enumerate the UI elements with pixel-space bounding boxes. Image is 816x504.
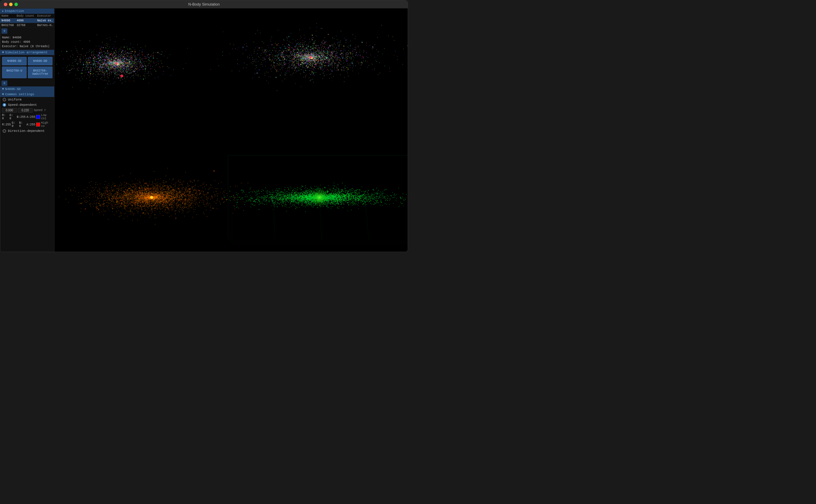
left-panel: ▼ Inspection Name Body count Executor N4…	[0, 8, 55, 252]
low-color-b-label: B:255	[17, 115, 25, 119]
common-settings-triangle: ▼	[2, 93, 4, 96]
app-window: N-Body Simulation ▼ Inspection Name Body…	[0, 0, 408, 252]
high-color-label: High co	[41, 121, 52, 128]
low-color-label: Low col	[41, 114, 52, 120]
sim-arrangement-header[interactable]: ▼ Simulation arrangement	[0, 50, 54, 55]
speed-dependent-label: Speed-dependent	[8, 103, 37, 107]
speed-range-label: Speed r	[34, 109, 46, 112]
minimize-button[interactable]	[9, 3, 13, 6]
col-body-count: Body count	[16, 14, 36, 18]
row-executor: Barnes-Hut e	[36, 23, 54, 28]
close-button[interactable]	[4, 3, 7, 6]
uniform-row[interactable]: Uniform	[0, 97, 54, 102]
col-name: Name	[0, 14, 16, 18]
row-executor: Naive execu	[36, 18, 54, 23]
uniform-radio[interactable]	[3, 98, 6, 101]
inspection-row[interactable]: N48964096Naive execu	[0, 18, 54, 23]
speed-range-row: Speed r	[0, 108, 54, 113]
sim-arr-triangle: ▼	[2, 51, 4, 54]
high-color-b-label: B: 0	[19, 121, 25, 128]
high-color-g-label: G: 0	[12, 121, 18, 128]
canvas-area: /* rendered by JS below */	[55, 8, 408, 252]
window-title: N-Body Simulation	[188, 2, 220, 6]
direction-dependent-radio[interactable]	[3, 129, 6, 133]
inspection-table: Name Body count Executor N48964096Naive …	[0, 14, 54, 28]
n4896-sd-header[interactable]: ▼ N4896-SD	[0, 86, 54, 92]
speed-min-input[interactable]	[2, 108, 17, 113]
row-body-count: 4096	[16, 18, 36, 23]
low-color-g-label: G: 0	[9, 114, 16, 120]
particle-canvas	[55, 8, 408, 252]
direction-dependent-row[interactable]: Direction-dependent	[0, 128, 54, 134]
speed-dependent-radio[interactable]	[3, 103, 6, 107]
common-settings-header[interactable]: ▼ Common settings	[0, 92, 54, 97]
inspection-triangle: ▼	[2, 10, 4, 13]
arrangement-item[interactable]: N4896-SD	[2, 57, 27, 65]
low-color-row: R: 0 G: 0 B:255 A:255 Low col	[0, 113, 54, 121]
high-color-a-label: A:255	[26, 123, 35, 126]
sim-arr-label: Simulation arrangement	[5, 51, 48, 54]
common-settings-label: Common settings	[5, 93, 34, 96]
row-name: BH32768	[0, 23, 16, 28]
arrangement-item[interactable]: BH32768-U	[2, 67, 27, 78]
high-color-row: R:255 G: 0 B: 0 A:255 High co	[0, 121, 54, 128]
low-color-a-label: A:255	[26, 115, 35, 119]
inspection-header[interactable]: ▼ Inspection	[0, 8, 54, 14]
col-executor: Executor	[36, 14, 54, 18]
speed-max-input[interactable]	[18, 108, 33, 113]
arrangement-grid: N4896-SDN4896-DDBH32768-UBH32768-UwOctTr…	[0, 55, 54, 80]
row-body-count: 32768	[16, 23, 36, 28]
inspection-row[interactable]: BH3276832768Barnes-Hut e	[0, 23, 54, 28]
simulation-info: Name: N4896 Body count: 4096 Executor: N…	[0, 34, 54, 50]
inspection-label: Inspection	[5, 9, 24, 13]
arrangement-item[interactable]: BH32768-UwOctTree	[28, 67, 52, 78]
low-color-swatch[interactable]	[36, 115, 40, 119]
add-arrangement-btn[interactable]: +	[1, 81, 7, 86]
row-name: N4896	[0, 18, 16, 23]
high-color-swatch[interactable]	[36, 122, 40, 127]
titlebar: N-Body Simulation	[0, 0, 408, 8]
speed-dependent-row[interactable]: Speed-dependent	[0, 102, 54, 108]
n4896-sd-triangle: ▼	[2, 87, 4, 91]
low-color-r-label: R: 0	[2, 114, 9, 120]
add-simulation-btn[interactable]: +	[1, 28, 7, 34]
info-executor: Executor: Naive (8 threads)	[2, 44, 52, 49]
traffic-lights	[4, 3, 18, 6]
main-content: ▼ Inspection Name Body count Executor N4…	[0, 8, 408, 252]
info-body-count: Body count: 4096	[2, 40, 52, 44]
n4896-sd-label: N4896-SD	[5, 87, 21, 91]
direction-dependent-label: Direction-dependent	[8, 129, 45, 133]
info-name: Name: N4896	[2, 35, 52, 40]
maximize-button[interactable]	[14, 3, 18, 6]
high-color-r-label: R:255	[2, 123, 11, 126]
uniform-label: Uniform	[8, 98, 21, 101]
arrangement-item[interactable]: N4896-DD	[28, 57, 52, 65]
